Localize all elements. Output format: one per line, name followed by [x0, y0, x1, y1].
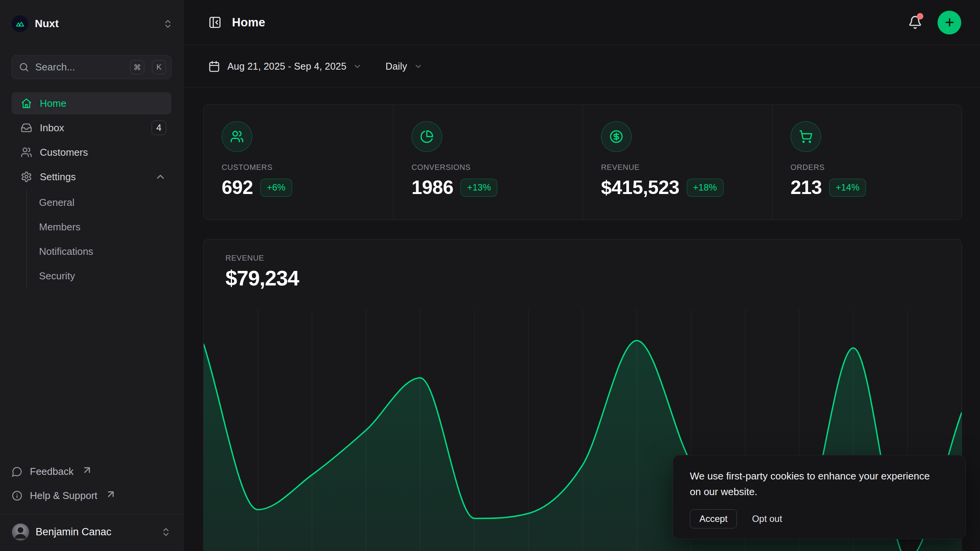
stat-icon-circle [601, 121, 632, 152]
sidebar-item-home[interactable]: Home [11, 92, 172, 114]
gear-icon [21, 171, 32, 183]
message-bubble-icon [11, 466, 23, 477]
stat-delta-badge: +18% [687, 179, 724, 197]
granularity-select[interactable]: Daily [385, 61, 423, 72]
chevron-down-icon [353, 62, 362, 71]
circle-dollar-icon [609, 130, 623, 143]
sidebar-item-inbox[interactable]: Inbox 4 [11, 117, 172, 139]
stat-value: $415,523 [601, 176, 679, 199]
chevrons-up-down-icon [163, 19, 173, 29]
stat-delta-badge: +13% [461, 179, 497, 197]
stat-label: CONVERSIONS [412, 163, 571, 172]
stat-value: 692 [222, 176, 253, 199]
help-support-label: Help & Support [30, 490, 97, 502]
kbd-meta: ⌘ [130, 60, 144, 74]
users-icon [21, 147, 32, 158]
sidebar-item-customers[interactable]: Customers [11, 141, 172, 163]
stat-customers[interactable]: CUSTOMERS 692 +6% [204, 105, 393, 220]
plus-icon [944, 16, 956, 28]
shopping-cart-icon [799, 130, 813, 143]
nuxt-logo [11, 15, 28, 32]
sidebar-item-notifications[interactable]: Notifications [39, 239, 172, 264]
cookie-banner: We use first-party cookies to enhance yo… [673, 455, 966, 539]
search-placeholder: Search... [35, 61, 122, 73]
stat-delta-badge: +6% [260, 179, 292, 197]
chart-total-value: $79,234 [225, 266, 962, 290]
external-link-icon [82, 465, 93, 476]
sidebar-item-label: Inbox [40, 122, 64, 134]
sidebar-item-general[interactable]: General [39, 190, 172, 215]
unread-notification-dot [917, 13, 923, 20]
chevron-down-icon [414, 62, 423, 71]
workspace-selector[interactable]: Nuxt [11, 14, 173, 34]
sidebar-divider [0, 514, 183, 514]
sidebar-item-label: Home [40, 98, 66, 109]
sidebar-item-security[interactable]: Security [39, 264, 172, 288]
search-icon [19, 62, 29, 72]
chart-title: REVENUE [225, 254, 962, 262]
kbd-k: K [152, 60, 166, 74]
calendar-icon [208, 60, 220, 72]
inbox-icon [21, 122, 32, 134]
feedback-link[interactable]: Feedback [11, 462, 172, 481]
nuxt-logo-icon [15, 19, 25, 29]
top-header: Home [184, 0, 980, 45]
chevron-up-icon [155, 171, 166, 183]
date-range-label: Aug 21, 2025 - Sep 4, 2025 [227, 61, 346, 72]
sidebar-footer: Feedback Help & Support [11, 462, 172, 510]
add-button[interactable] [938, 11, 961, 34]
chevrons-up-down-icon [161, 527, 171, 537]
user-menu[interactable]: Benjamin Canac [5, 519, 178, 545]
stat-value: 1986 [412, 176, 453, 199]
users-icon [230, 130, 244, 143]
info-circle-icon [11, 490, 23, 501]
stat-label: ORDERS [791, 163, 950, 172]
sidebar-item-members[interactable]: Members [39, 215, 172, 239]
page-title: Home [232, 16, 265, 29]
stat-icon-circle [791, 121, 821, 152]
external-link-icon [105, 489, 116, 500]
sidebar: Nuxt Search... ⌘ K Home Inbox 4 [0, 0, 183, 551]
cookie-message: We use first-party cookies to enhance yo… [690, 468, 935, 500]
sidebar-item-label: Customers [40, 147, 88, 158]
inbox-count-badge: 4 [152, 121, 166, 135]
workspace-name: Nuxt [35, 18, 59, 30]
stats-card: CUSTOMERS 692 +6% CONVERSIONS 1986 +13% [203, 104, 962, 220]
accept-button[interactable]: Accept [690, 509, 737, 528]
settings-subnav: General Members Notifications Security [26, 190, 172, 288]
stat-orders[interactable]: ORDERS 213 +14% [772, 105, 962, 220]
stat-label: REVENUE [601, 163, 761, 172]
granularity-label: Daily [385, 61, 407, 72]
user-name: Benjamin Canac [36, 526, 111, 538]
notifications-button[interactable] [908, 15, 922, 29]
house-icon [21, 98, 32, 109]
stat-delta-badge: +14% [829, 179, 866, 197]
sidebar-nav: Home Inbox 4 Customers Settings Genera [11, 92, 172, 288]
date-range-picker[interactable]: Aug 21, 2025 - Sep 4, 2025 [208, 60, 362, 72]
opt-out-button[interactable]: Opt out [752, 514, 782, 524]
search-input[interactable]: Search... ⌘ K [11, 55, 172, 79]
filter-bar: Aug 21, 2025 - Sep 4, 2025 Daily [184, 45, 980, 88]
stat-icon-circle [222, 121, 252, 152]
panel-left-close-icon[interactable] [208, 16, 222, 29]
sidebar-item-label: Settings [40, 171, 76, 183]
stat-icon-circle [412, 121, 442, 152]
stat-label: CUSTOMERS [222, 163, 382, 172]
stat-revenue[interactable]: REVENUE $415,523 +18% [583, 105, 772, 220]
sidebar-item-settings[interactable]: Settings [11, 166, 172, 188]
avatar [12, 523, 29, 541]
help-support-link[interactable]: Help & Support [11, 486, 172, 505]
stat-conversions[interactable]: CONVERSIONS 1986 +13% [393, 105, 583, 220]
stat-value: 213 [791, 176, 822, 199]
feedback-label: Feedback [30, 466, 74, 478]
pie-chart-icon [420, 130, 434, 143]
